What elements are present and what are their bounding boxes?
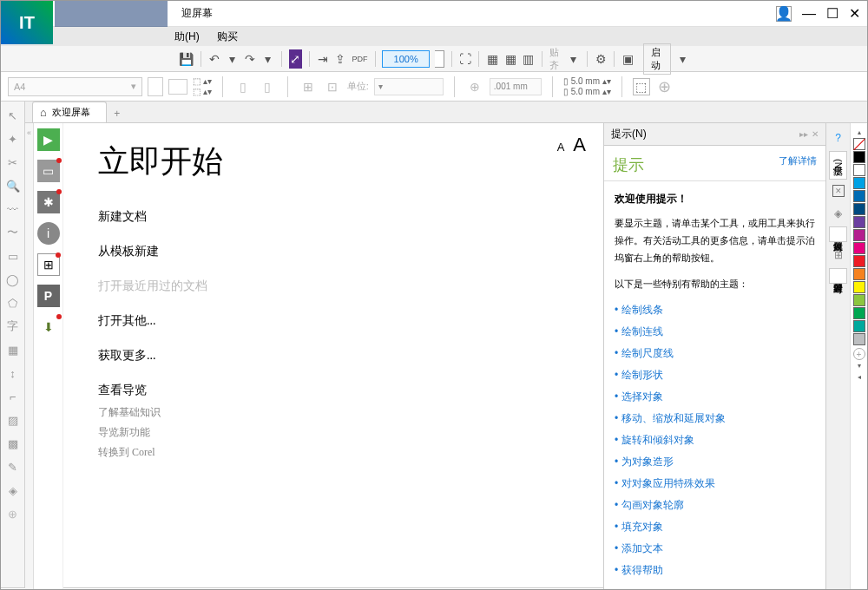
fontsize-large-icon[interactable]: A <box>573 134 586 156</box>
dimension-tool-icon[interactable]: ↕ <box>4 364 22 382</box>
minimize-button[interactable]: — <box>802 6 816 22</box>
rectangle-tool-icon[interactable]: ▭ <box>4 247 22 265</box>
hint-topic-link[interactable]: 选择对象 <box>615 388 815 405</box>
obj-props-icon[interactable]: ◈ <box>831 206 846 221</box>
text-tool-icon[interactable]: 字 <box>4 318 22 335</box>
tour-link[interactable]: 查看导览 <box>98 383 586 398</box>
import-icon[interactable]: ⤢ <box>289 49 302 69</box>
color-swatch[interactable] <box>853 242 865 254</box>
zoom-dropdown[interactable] <box>435 50 444 68</box>
obj-mgr-icon[interactable]: ⊞ <box>831 247 846 263</box>
new-tab-button[interactable]: + <box>108 105 126 122</box>
gear-icon[interactable]: ⚙ <box>595 49 608 69</box>
save-icon[interactable]: 💾 <box>179 49 194 69</box>
hint-topic-link[interactable]: 勾画对象轮廓 <box>615 496 815 514</box>
hint-topic-link[interactable]: 绘制尺度线 <box>615 344 815 362</box>
learn-more-link[interactable]: 了解详情 <box>779 154 817 167</box>
polygon-tool-icon[interactable]: ⬠ <box>4 294 22 311</box>
guides-icon[interactable]: ▥ <box>522 49 535 69</box>
page-frame-icon[interactable]: ⬚ <box>633 78 650 95</box>
duplicate-distance[interactable]: ▯ 5.0 mm ▴▾ ▯ 5.0 mm ▴▾ <box>563 76 611 97</box>
color-swatch[interactable] <box>853 177 865 189</box>
color-swatch[interactable] <box>853 216 865 228</box>
panel-collapse-icon[interactable]: « <box>25 123 34 590</box>
menu-help[interactable]: 助(H) <box>174 30 200 44</box>
color-swatch[interactable] <box>853 307 865 319</box>
props-close-icon[interactable]: ✕ <box>832 185 845 197</box>
panel-collapse-icon[interactable]: ▸▸ <box>799 129 808 139</box>
add-icon[interactable]: ⊕ <box>655 77 674 96</box>
add-tool-icon[interactable]: ⊕ <box>4 505 22 522</box>
color-swatch[interactable] <box>853 190 865 202</box>
dock-tab-hints[interactable]: 提示(N) <box>829 151 847 180</box>
landscape-icon[interactable] <box>168 79 187 95</box>
export-icon[interactable]: ⇥ <box>316 49 329 69</box>
color-swatch[interactable] <box>853 294 865 306</box>
hint-topic-link[interactable]: 获得帮助 <box>615 561 815 579</box>
hint-topic-link[interactable]: 为对象造形 <box>615 453 815 470</box>
color-swatch[interactable] <box>853 333 865 345</box>
all-pages-icon[interactable]: ▯ <box>233 77 253 96</box>
units-icon[interactable]: ⊞ <box>299 77 318 96</box>
freehand-tool-icon[interactable]: 〰 <box>4 200 22 218</box>
maximize-button[interactable]: ☐ <box>826 5 838 22</box>
dropdown-icon[interactable]: ▾ <box>567 49 580 69</box>
whatsnew-icon[interactable]: ✱ <box>37 191 60 213</box>
palette-up-icon[interactable]: ▴ <box>858 128 861 136</box>
help-icon[interactable]: ? <box>831 130 846 146</box>
zoom-input[interactable] <box>382 50 430 68</box>
ellipse-tool-icon[interactable]: ◯ <box>4 271 22 288</box>
zoom-tool-icon[interactable]: 🔍 <box>4 177 22 194</box>
pdf-icon[interactable]: PDF <box>352 49 368 69</box>
nudge-input[interactable]: .001 mm <box>490 78 542 95</box>
new-document-link[interactable]: 新建文档 <box>98 209 586 225</box>
grid-icon[interactable]: ▦ <box>504 49 517 69</box>
hint-topic-link[interactable]: 对对象应用特殊效果 <box>615 475 815 492</box>
learn-basics-link[interactable]: 了解基础知识 <box>98 405 586 420</box>
close-button[interactable]: ✕ <box>849 5 860 22</box>
whats-new-link[interactable]: 导览新功能 <box>98 425 586 440</box>
redo-icon[interactable]: ↷ <box>244 49 257 69</box>
fullscreen-icon[interactable]: ⛶ <box>459 49 472 69</box>
product-icon[interactable]: P <box>37 285 60 307</box>
color-swatch[interactable] <box>853 151 865 163</box>
eyedropper-tool-icon[interactable]: ✎ <box>4 458 22 475</box>
page-dims[interactable]: ⬚ ▴▾⬚ ▴▾ <box>193 76 212 97</box>
dock-tab-obj-props[interactable]: 对象属性 <box>829 226 847 242</box>
shape-tool-icon[interactable]: ✦ <box>4 130 22 148</box>
transparency-tool-icon[interactable]: ▩ <box>4 435 22 452</box>
menu-buy[interactable]: 购买 <box>217 30 238 44</box>
portrait-icon[interactable] <box>148 77 163 96</box>
open-other-link[interactable]: 打开其他... <box>98 313 586 329</box>
undo-icon[interactable]: ↶ <box>208 49 221 69</box>
color-swatch[interactable] <box>853 281 865 293</box>
artistic-tool-icon[interactable]: 〜 <box>4 224 22 241</box>
paper-size-select[interactable]: A4▾ <box>8 77 142 96</box>
launch-button[interactable]: 启动 <box>643 43 672 75</box>
hint-topic-link[interactable]: 绘制连线 <box>615 323 815 340</box>
dock-tab-obj-mgr[interactable]: 对象管理器 <box>829 268 847 284</box>
unit-select[interactable]: ▾ <box>374 78 444 95</box>
workspace-icon[interactable]: ▭ <box>37 160 60 182</box>
dropshadow-tool-icon[interactable]: ▨ <box>4 411 22 429</box>
hint-topic-link[interactable]: 绘制形状 <box>615 366 815 384</box>
color-swatch[interactable] <box>853 229 865 241</box>
hint-topic-link[interactable]: 移动、缩放和延展对象 <box>615 410 815 427</box>
color-swatch[interactable] <box>853 203 865 215</box>
no-color-swatch[interactable] <box>853 138 865 150</box>
switch-corel-link[interactable]: 转换到 Corel <box>98 445 586 460</box>
dropdown-icon[interactable]: ▾ <box>676 49 689 69</box>
publish-icon[interactable]: ⇪ <box>334 49 347 69</box>
tab-welcome[interactable]: ⌂ 欢迎屏幕 <box>32 102 107 122</box>
get-started-icon[interactable]: ▶ <box>37 128 60 151</box>
fill-tool-icon[interactable]: ◈ <box>4 482 22 499</box>
hint-topic-link[interactable]: 添加文本 <box>615 540 815 557</box>
panel-close-icon[interactable]: ✕ <box>812 129 819 139</box>
get-more-link[interactable]: 获取更多... <box>98 348 586 364</box>
crop-tool-icon[interactable]: ✂ <box>4 154 22 171</box>
fontsize-small-icon[interactable]: A <box>557 141 565 154</box>
connector-tool-icon[interactable]: ⌐ <box>4 388 22 405</box>
palette-down-icon[interactable]: ▾ <box>858 362 861 370</box>
snap-label[interactable]: 贴齐 <box>549 46 562 72</box>
color-swatch[interactable] <box>853 320 865 332</box>
